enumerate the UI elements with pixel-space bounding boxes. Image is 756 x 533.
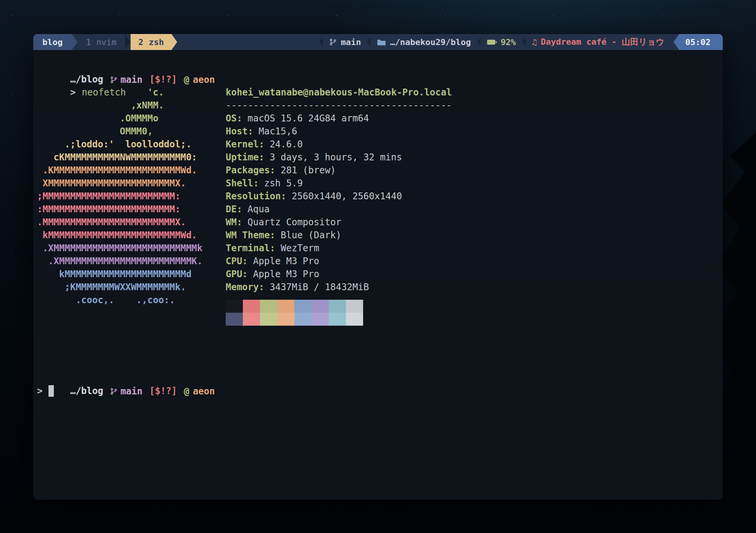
at-symbol-icon: @ (184, 385, 189, 398)
palette-swatch (226, 313, 243, 326)
info-label: Uptime: (226, 152, 264, 163)
powerline-separator (367, 37, 371, 47)
powerline-arrow (674, 34, 679, 50)
info-row: WM:Quartz Compositor (226, 216, 452, 229)
workspace-label: blog (42, 37, 63, 47)
info-row: Host:Mac15,6 (226, 125, 452, 138)
hostname: aeon (193, 385, 215, 398)
tab-label: nvim (96, 37, 116, 47)
info-label: Host: (226, 126, 253, 137)
neofetch-title: kohei_watanabe@nabekous-MacBook-Pro.loca… (226, 86, 452, 99)
palette-swatch (226, 300, 243, 313)
git-branch-name: main (120, 385, 142, 398)
tab-index: 2 (138, 37, 143, 47)
status-git: main (323, 34, 367, 50)
status-path-text: …/nabekou29/blog (390, 37, 471, 47)
palette-swatch (329, 300, 346, 313)
status-cwd: …/nabekou29/blog (371, 34, 477, 50)
info-value: 3 days, 3 hours, 32 mins (270, 152, 402, 163)
color-palette (226, 300, 452, 326)
palette-row-1 (226, 300, 452, 313)
neofetch-output: 'c. ,xNMM. .OMMMMo OMMM0, .;loddo:' lool… (37, 86, 719, 326)
battery-percent: 92% (501, 37, 516, 47)
powerline-separator (522, 37, 526, 47)
info-value: macOS 15.6 24G84 arm64 (247, 113, 369, 124)
info-label: Shell: (226, 178, 259, 189)
palette-swatch (277, 300, 294, 313)
info-label: Resolution: (226, 191, 286, 202)
palette-row-2 (226, 313, 452, 326)
prompt-chevron: > (37, 384, 42, 397)
info-value: Mac15,6 (258, 126, 297, 137)
powerline-arrow (72, 34, 78, 50)
prompt-line: …/blogmain[$!?]@aeon (37, 60, 719, 73)
info-row: Uptime:3 days, 3 hours, 32 mins (226, 151, 452, 164)
info-value: Blue (Dark) (281, 230, 341, 241)
info-value: Apple M3 Pro (253, 269, 319, 279)
info-label: Terminal: (226, 243, 275, 254)
git-branch-segment: main (110, 73, 142, 86)
palette-swatch (329, 313, 346, 326)
powerline-arrow (125, 34, 131, 50)
system-info: kohei_watanabe@nabekous-MacBook-Pro.loca… (226, 86, 452, 326)
clock-text: 05:02 (679, 34, 723, 50)
tab-list: blog 1 nvim 2 zsh (33, 34, 177, 50)
info-label: WM Theme: (226, 230, 275, 241)
palette-swatch (346, 300, 363, 313)
tab-2-zsh[interactable]: 2 zsh (131, 34, 171, 50)
palette-swatch (312, 300, 329, 313)
palette-swatch (243, 300, 260, 313)
status-clock: 05:02 (674, 34, 723, 50)
palette-swatch (260, 300, 277, 313)
hostname: aeon (193, 73, 215, 86)
info-row: GPU:Apple M3 Pro (226, 268, 452, 281)
info-row: Shell:zsh 5.9 (226, 177, 452, 190)
info-label: CPU: (226, 256, 248, 266)
music-track-title: Daydream café - 山田リョウ (541, 36, 664, 48)
info-row: Kernel:24.6.0 (226, 138, 452, 151)
info-row: Terminal:WezTerm (226, 242, 452, 255)
tab-1-nvim[interactable]: 1 nvim (78, 34, 125, 50)
status-music: ♫ Daydream café - 山田リョウ (526, 34, 670, 50)
info-row: Resolution:2560x1440, 2560x1440 (226, 190, 452, 203)
palette-swatch (243, 313, 260, 326)
neofetch-separator: ----------------------------------------… (226, 99, 452, 112)
palette-swatch (277, 313, 294, 326)
powerline-separator (477, 37, 481, 47)
workspace-tab[interactable]: blog (33, 34, 72, 50)
palette-swatch (346, 313, 363, 326)
host-segment: @aeon (184, 73, 215, 86)
status-branch-name: main (341, 37, 361, 47)
prompt-line: …/blogmain[$!?]@aeon (37, 371, 719, 384)
tab-index: 1 (86, 37, 91, 47)
text-cursor (48, 385, 54, 397)
info-label: OS: (226, 113, 242, 124)
palette-swatch (260, 313, 277, 326)
terminal-content[interactable]: …/blogmain[$!?]@aeon >neofetch 'c. ,xNMM… (33, 50, 723, 500)
git-status-flags: [$!?] (149, 74, 177, 85)
info-label: DE: (226, 204, 242, 215)
info-value: WezTerm (281, 243, 319, 254)
info-row: OS:macOS 15.6 24G84 arm64 (226, 112, 452, 125)
info-value: Quartz Compositor (247, 217, 341, 228)
info-value: zsh 5.9 (264, 178, 303, 189)
prompt-cwd: …/blog (70, 74, 103, 85)
info-rows: OS:macOS 15.6 24G84 arm64Host:Mac15,6Ker… (226, 112, 452, 294)
tab-label: zsh (149, 37, 164, 47)
music-note-icon: ♫ (532, 37, 537, 47)
git-branch-icon (329, 38, 337, 46)
folder-icon (377, 39, 386, 46)
info-row: WM Theme:Blue (Dark) (226, 229, 452, 242)
git-branch-name: main (120, 73, 142, 86)
info-label: WM: (226, 217, 242, 228)
git-branch-icon (110, 388, 118, 395)
info-label: Memory: (226, 282, 264, 292)
palette-swatch (294, 313, 312, 326)
info-value: Apple M3 Pro (253, 256, 319, 266)
git-status-flags: [$!?] (149, 386, 177, 396)
info-row: CPU:Apple M3 Pro (226, 255, 452, 268)
status-battery: 92% (481, 34, 522, 50)
powerline-separator (319, 37, 323, 47)
info-row: DE:Aqua (226, 203, 452, 216)
at-symbol-icon: @ (184, 73, 189, 86)
